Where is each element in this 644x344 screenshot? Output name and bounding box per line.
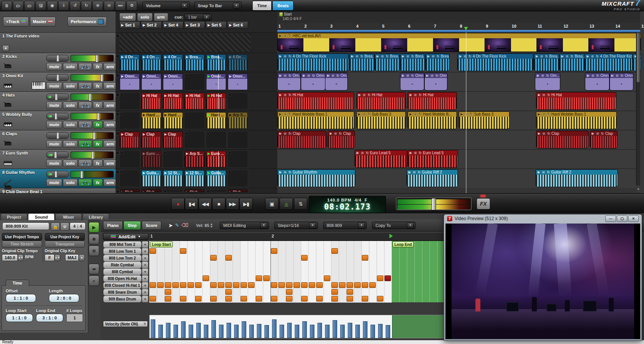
clip-play-icon[interactable]: ▶ — [121, 75, 123, 78]
key-spinner[interactable]: ▲▼ — [55, 254, 60, 261]
step-row[interactable] — [149, 241, 392, 248]
open-folder-icon[interactable]: 🗁 — [13, 1, 23, 11]
clip-loop-icon[interactable]: ↻ — [365, 151, 369, 155]
clip-mute-icon[interactable]: ⊘ — [463, 55, 467, 58]
performance-clip[interactable]: ▶Club ... — [228, 189, 248, 192]
grid-cell[interactable]: ▶4 On ... — [119, 54, 140, 71]
drum-row-label[interactable]: 808 Low Tom 1 — [103, 248, 142, 255]
step-row[interactable] — [149, 282, 392, 289]
volume-handle[interactable] — [97, 113, 100, 120]
clip-mute-icon[interactable]: ⊘ — [541, 170, 546, 174]
clip-play-icon[interactable]: ▶ — [186, 94, 188, 97]
clip-play-icon[interactable]: ▶ — [458, 55, 462, 58]
timeline-clip[interactable]: ▶⊘↻Hard Wobble Bass 1 — [536, 111, 617, 129]
track-row[interactable]: 3 Omni Kitmutesolofxarm▾ — [0, 72, 116, 91]
pan-handle[interactable] — [55, 113, 58, 120]
set-header[interactable]: ▶Set 1 — [119, 21, 140, 29]
velocity-bar[interactable] — [158, 325, 163, 338]
clip-mute-icon[interactable]: ⊘ — [355, 55, 359, 58]
automation-button[interactable] — [78, 63, 92, 70]
step-row[interactable] — [149, 248, 392, 255]
performance-clip[interactable]: ▶4 On ... — [163, 54, 183, 71]
grid-cell[interactable]: ▶Hi Hat — [163, 92, 183, 110]
clip-loop-icon[interactable]: ↻ — [367, 113, 371, 116]
timeline-clip[interactable]: ▶⊘↻Sub Bass 3 — [356, 111, 406, 129]
clip-loop-icon[interactable]: ↻ — [338, 132, 342, 136]
step-note[interactable] — [316, 282, 323, 288]
performance-clip[interactable]: ▶Hi Hat — [206, 93, 226, 109]
grid-cell[interactable]: ▶Omni... — [163, 73, 183, 91]
pan-handle[interactable] — [56, 132, 59, 139]
pan-handle[interactable] — [54, 152, 57, 158]
orig-key-value[interactable]: F — [45, 254, 55, 261]
step-note[interactable] — [225, 255, 232, 261]
solo-button[interactable]: solo — [63, 121, 78, 128]
track-row[interactable]: 9 Club Dance Beat 1 — [0, 188, 116, 193]
clip-play-icon[interactable]: ▶ — [164, 55, 167, 59]
track-row[interactable]: 4 Hatsmutesolofxarm▾ — [0, 91, 116, 111]
clip-mute-icon[interactable]: ⊘ — [283, 170, 287, 174]
clip-loop-icon[interactable]: ↻ — [435, 74, 439, 78]
pan-slider[interactable] — [46, 55, 69, 62]
velocity-bar[interactable] — [174, 325, 178, 338]
timeline-clip[interactable]: ▶⊘↻Guitar Riff 2 — [536, 169, 618, 187]
step-note[interactable] — [286, 296, 292, 302]
clip-mute-icon[interactable]: ⊘ — [360, 151, 364, 155]
grid-cell[interactable] — [227, 131, 248, 149]
performance-clip[interactable]: ▶Clap — [163, 131, 183, 148]
grid-cell[interactable] — [163, 189, 183, 192]
clip-mute-icon[interactable]: ⊘ — [331, 74, 335, 78]
step-note[interactable] — [150, 248, 156, 254]
clip-play-icon[interactable]: ▶ — [278, 34, 282, 38]
scale-dropdown-icon[interactable]: ▼ — [79, 254, 85, 261]
step-note[interactable] — [203, 275, 209, 281]
step-note[interactable] — [218, 282, 224, 288]
volume-slider[interactable] — [70, 171, 114, 178]
grid-cell[interactable] — [119, 170, 140, 187]
step-note[interactable] — [278, 282, 285, 288]
step-note[interactable] — [271, 248, 277, 254]
clip-play-icon[interactable]: ▶ — [186, 152, 188, 155]
clip-play-icon[interactable]: ▶ — [121, 191, 123, 192]
performance-clip[interactable]: ▶Club ... — [184, 189, 205, 192]
performance-panel-button[interactable]: Performance — [67, 17, 107, 27]
velocity-bar[interactable] — [317, 323, 322, 338]
grid-cell[interactable]: ▶Clap — [141, 131, 162, 149]
pointer-tool-icon[interactable]: ➤ — [168, 222, 173, 228]
clip-loop-icon[interactable]: ↻ — [600, 132, 605, 136]
clip-play-icon[interactable]: ▶ — [143, 191, 145, 192]
clip-play-icon[interactable]: ▶ — [586, 55, 589, 58]
clip-mute-icon[interactable]: ⊘ — [406, 55, 410, 58]
clip-play-icon[interactable]: ▶ — [278, 170, 282, 174]
clip-play-icon[interactable]: ▶ — [401, 55, 405, 58]
performance-clip[interactable]: ▶Brea... — [184, 54, 205, 71]
drum-row-dropdown-icon[interactable]: ▼ — [142, 268, 148, 275]
grid-cell[interactable] — [227, 92, 248, 110]
automation-button[interactable] — [78, 140, 92, 148]
performance-clip[interactable]: ▶Hi Hat — [141, 93, 161, 109]
timeline-clip[interactable]: ▶⊘↻Om... — [325, 73, 347, 91]
pan-slider[interactable] — [46, 94, 69, 100]
velocity-bar[interactable] — [189, 325, 193, 338]
arm-button[interactable]: arm — [103, 121, 117, 128]
step-note[interactable] — [362, 255, 368, 261]
master-track-button[interactable]: Master — [30, 17, 56, 27]
set-play-icon[interactable]: ▶ — [208, 23, 210, 27]
velocity-bar[interactable] — [242, 321, 246, 338]
minimize-button[interactable]: — — [605, 216, 616, 222]
arm-button[interactable]: arm — [103, 179, 117, 186]
set-play-icon[interactable]: ▶ — [143, 23, 145, 27]
clip-play-icon[interactable]: ▶ — [356, 151, 360, 155]
solo-button[interactable]: solo — [63, 63, 78, 70]
clip-play-icon[interactable]: ▶ — [186, 55, 188, 59]
zoom-in-button[interactable]: ⊕ — [89, 234, 99, 244]
track-row[interactable]: 6 Clapsmutesolofxarm▾ — [0, 130, 116, 149]
clip-loop-icon[interactable]: ↻ — [436, 55, 440, 58]
clip-mute-icon[interactable]: ⊘ — [380, 55, 385, 58]
timeline-clip[interactable]: ▶⊘↻Omn... — [301, 73, 325, 91]
set-header[interactable]: ▶Set 4 — [163, 21, 183, 29]
timeline-clip[interactable]: ▶⊘↻Guitar Rhythm — [277, 169, 355, 187]
performance-clip[interactable]: ▶4 On ... — [141, 54, 161, 71]
stop-button[interactable]: ■ — [212, 198, 225, 210]
timeline-clip[interactable]: ▶⊘↻Brea... — [375, 53, 400, 71]
